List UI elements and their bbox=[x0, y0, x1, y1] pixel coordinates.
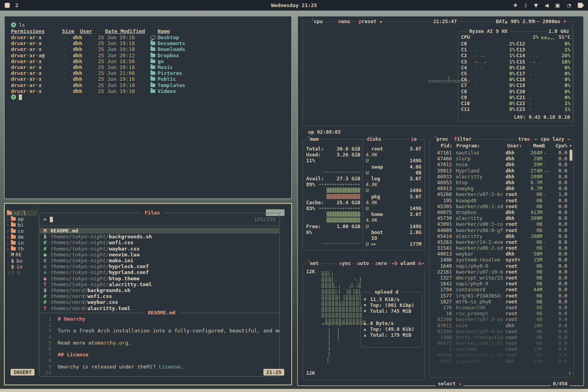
picker-item[interactable]: #themes/nord/wofi.css bbox=[40, 293, 279, 299]
picker-item[interactable]: ◇themes/tokyo-night/hyprland.conf bbox=[40, 269, 279, 275]
sidebar-item-ap[interactable]: ›ap bbox=[6, 216, 37, 222]
dir-name-cell[interactable]: Music bbox=[144, 64, 173, 70]
sidebar-item-th[interactable]: ›th bbox=[6, 246, 37, 252]
picker-search-input[interactable]: > bbox=[44, 216, 53, 222]
dir-name-cell[interactable]: Dropbox bbox=[144, 53, 179, 58]
process-row[interactable]: 16rcu_preemptroot0B0.0 bbox=[432, 310, 567, 316]
dir-name-cell[interactable]: Templates bbox=[144, 82, 185, 88]
sidebar-item-bo[interactable]: $bo bbox=[6, 258, 37, 264]
process-row[interactable]: 195kswapd0root0B0.0 bbox=[432, 198, 567, 203]
dir-name-cell[interactable]: Downloads bbox=[144, 46, 185, 52]
sidebar-item-de[interactable]: ›de bbox=[6, 234, 37, 240]
process-row[interactable]: 47466slurpdhh28M0.0 bbox=[432, 156, 567, 162]
dir-name-cell[interactable]: Pictures bbox=[144, 70, 182, 76]
process-row[interactable]: 1327dmcrypt_write/25root0B0.0 bbox=[432, 275, 567, 281]
proc-header-pid[interactable]: Pid: bbox=[432, 143, 452, 149]
process-row[interactable]: 31541kworker/u96:2-sdroot0B0.0 bbox=[432, 245, 567, 251]
net-panel-title[interactable]: ³net bbox=[306, 260, 320, 266]
net-zero-toggle[interactable]: zero bbox=[374, 260, 388, 266]
picker-item[interactable]: MREADME.md bbox=[40, 228, 279, 234]
picker-item[interactable]: $themes/nord/backgrounds.sh bbox=[40, 287, 279, 293]
process-row[interactable]: 1827mt76-tx phy0root0B0.0 bbox=[432, 299, 567, 305]
process-row[interactable]: 46933alacrittydhh209M0.0 bbox=[432, 174, 567, 180]
proc-header-mem[interactable]: MemB bbox=[527, 143, 545, 149]
process-row[interactable]: 46953btopdhh8.7M0.0 bbox=[432, 180, 567, 185]
picker-item[interactable]: ◉themes/tokyo-night/btop.theme bbox=[40, 276, 279, 281]
picker-item[interactable]: ≡themes/tokyo-night/mako.ini bbox=[40, 258, 279, 263]
net-sync-toggle[interactable]: sync bbox=[338, 260, 352, 266]
battery-icon[interactable] bbox=[578, 3, 583, 8]
process-row[interactable]: 40013waybardhh58M0.0 bbox=[432, 251, 567, 257]
btop-window[interactable]: ¹cpu menu preset ★ 21:25:47 BAT▲ 98% 2.9… bbox=[297, 16, 584, 386]
picker-item[interactable]: #themes/nord/waybar.css bbox=[40, 299, 279, 305]
neovim-window[interactable]: ~/.l›ap›bi›co›de›in›thMRE$bo$in(1 h File… bbox=[4, 203, 292, 385]
picker-item[interactable]: #themes/tokyo-night/waybar.css bbox=[40, 246, 279, 252]
proc-sort-selector[interactable]: ← cpu lazy → bbox=[533, 136, 572, 142]
proc-tree-toggle[interactable]: tree bbox=[517, 136, 532, 142]
sidebar-item-l[interactable]: ~/.l bbox=[6, 210, 37, 216]
dir-name-cell[interactable]: Documents bbox=[144, 40, 185, 46]
process-row[interactable]: 1380btrfs-transactioroot0B0.0 bbox=[432, 334, 567, 340]
interval-control[interactable]: − 2000ms + bbox=[535, 18, 568, 24]
picker-item[interactable]: ●themes/tokyo-night/neovim.lua bbox=[40, 252, 279, 258]
process-row[interactable]: 44956kworker/u97:1-kcroot0B0.0 bbox=[432, 352, 567, 358]
sidebar-item-RE[interactable]: MRE bbox=[6, 252, 37, 258]
dir-name-cell[interactable]: go bbox=[144, 58, 164, 64]
process-row[interactable]: 46072kworker/u98:2-kcroot0B0.0 bbox=[432, 340, 567, 346]
menu-button[interactable]: menu bbox=[337, 18, 352, 24]
process-row[interactable]: 22161kworker/u97:10-broot0B0.0 bbox=[432, 269, 567, 275]
net-interface-switch[interactable]: ←b wlan0 n→ bbox=[390, 260, 426, 266]
process-row[interactable]: 1640napi/phy0-0root0B0.0 bbox=[432, 263, 567, 269]
proc-scrollbar-thumb[interactable] bbox=[570, 150, 572, 161]
shell-prompt-empty[interactable]: > bbox=[11, 94, 291, 100]
picker-item[interactable]: ◇themes/tokyo-night/hyprlock.conf bbox=[40, 263, 279, 269]
sidebar-item-bi[interactable]: ›bi bbox=[6, 222, 37, 228]
process-row[interactable]: 47012nvimdhh39M⠄0.0 bbox=[432, 162, 567, 167]
process-row[interactable]: 45305kworker/u96:1-sdroot0B0.0 bbox=[432, 203, 567, 209]
process-row[interactable]: 40075dropboxdhh413M0.0 bbox=[432, 209, 567, 215]
process-row[interactable]: 42309kworker/u97:4-kvroot0B0.0 bbox=[432, 328, 567, 334]
proc-header-user[interactable]: User: bbox=[507, 143, 527, 149]
net-auto-toggle[interactable]: auto bbox=[356, 260, 370, 266]
file-tree-sidebar[interactable]: ~/.l›ap›bi›co›de›in›thMRE$bo$in(1 h bbox=[6, 210, 37, 276]
proc-scroll-down-arrow[interactable]: ↓ bbox=[568, 370, 571, 376]
process-row[interactable]: 47011nvimdhh10M0.0 bbox=[432, 322, 567, 328]
cpu-panel-title[interactable]: ¹cpu bbox=[310, 18, 324, 24]
dir-name-cell[interactable]: Videos bbox=[144, 88, 176, 94]
process-row[interactable]: 46913swaybgdhh8.7M0.0 bbox=[432, 185, 567, 191]
process-row[interactable]: 45730alacrittydhh209M0.0 bbox=[432, 215, 567, 221]
process-row[interactable]: 3845pipewiredhh10M0.0 bbox=[432, 358, 567, 364]
process-row[interactable]: 176kcompactd0root0B0.0 bbox=[432, 305, 567, 310]
proc-header-program[interactable]: Program: bbox=[452, 143, 507, 149]
picker-item[interactable]: #themes/tokyo-night/wofi.css bbox=[40, 240, 279, 245]
process-row[interactable]: 1794containerdroot44M0.0 bbox=[432, 287, 567, 292]
dir-name-cell[interactable]: Desktop bbox=[144, 34, 179, 40]
preset-button[interactable]: preset ★ bbox=[357, 18, 384, 24]
process-row[interactable]: 45266kworker/u97:2-kcroot0B⠄1.0 bbox=[432, 191, 567, 197]
proc-scroll-up-arrow[interactable]: ↑ bbox=[569, 143, 572, 149]
io-toggle[interactable]: io bbox=[409, 136, 418, 142]
picker-item[interactable]: $themes/tokyo-night/backgrounds.sh bbox=[40, 234, 279, 240]
sidebar-item-co[interactable]: ›co bbox=[6, 228, 37, 234]
process-row[interactable]: 1577irq/81-PIXA3854:root0B0.0 bbox=[432, 293, 567, 299]
picker-item[interactable]: Tthemes/tokyo-night/alacritty.toml bbox=[40, 281, 279, 287]
process-row[interactable]: 1systemdroot13M0.0 bbox=[432, 346, 567, 352]
process-row[interactable]: 1486systemd-resolvesyst+15M0.0 bbox=[432, 257, 567, 263]
sidebar-item-in[interactable]: $in bbox=[6, 264, 37, 270]
proc-panel-title[interactable]: ⁴proc bbox=[433, 136, 450, 142]
dir-name-cell[interactable]: Public bbox=[144, 76, 176, 82]
process-row[interactable]: 39912Hyprlanddhh274M⠤⠤0.0 bbox=[432, 168, 567, 174]
process-row[interactable]: 45263kworker/14:2-everoot0B⠄0.6 bbox=[432, 239, 567, 245]
process-row[interactable]: 43091kworker/u96:3-coroot0B0.0 bbox=[432, 221, 567, 227]
disks-toggle[interactable]: disks bbox=[365, 136, 383, 142]
terminal-window[interactable]: > ls PermissionsSizeUserDate ModifiedNam… bbox=[4, 16, 292, 199]
proc-header-cpu[interactable]: Cpu% bbox=[555, 143, 567, 149]
proc-filter-button[interactable]: filter bbox=[452, 136, 473, 142]
process-row[interactable]: 1642napi/phy0-0root0B0.0 bbox=[432, 281, 567, 287]
sidebar-item-in[interactable]: ›in bbox=[6, 240, 37, 246]
process-row[interactable]: 47161nautilusdhh264M⠤0.0 bbox=[432, 150, 567, 156]
process-row[interactable]: 42208kworker/u97:3-evroot0B0.0 bbox=[432, 316, 567, 322]
process-row[interactable]: 44889kworker/u96:0-gfroot0B0.0 bbox=[432, 227, 567, 233]
mem-panel-title[interactable]: ²mem bbox=[306, 136, 320, 142]
process-row[interactable]: 45414alacrittydhh208M0.0 bbox=[432, 233, 567, 239]
